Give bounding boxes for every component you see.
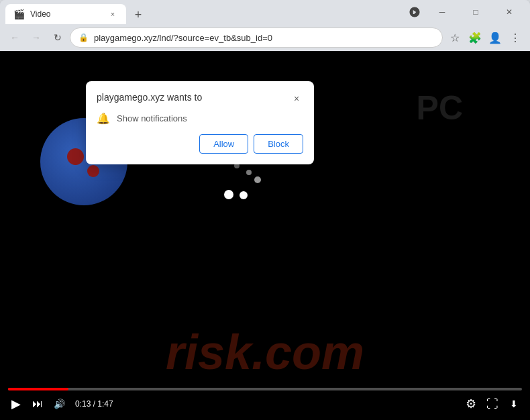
video-area: PC risk.com ▶ ⏭ 🔊 0:13 / 1:47 (0, 51, 530, 420)
watermark-risk: risk.com (166, 325, 364, 380)
tab-close-button[interactable]: × (107, 9, 118, 19)
progress-fill (8, 388, 68, 390)
minimize-button[interactable]: ─ (427, 2, 458, 22)
title-bar: 🎬 Video × + ─ □ ✕ (0, 0, 530, 24)
allow-button[interactable]: Allow (199, 134, 248, 154)
red-dot-2 (87, 165, 99, 177)
forward-button[interactable]: → (27, 28, 46, 47)
navigation-bar: ← → ↻ 🔒 playgamego.xyz/lnd/?source=ev_tb… (0, 24, 530, 51)
address-bar[interactable]: 🔒 playgamego.xyz/lnd/?source=ev_tb&sub_i… (70, 28, 443, 48)
volume-button[interactable]: 🔊 (51, 396, 67, 412)
popup-title: playgamego.xyz wants to (97, 92, 202, 103)
watermark-pc: PC (417, 91, 463, 125)
tab-title: Video (30, 9, 102, 19)
tab-area: 🎬 Video × + (5, 0, 405, 24)
reload-button[interactable]: ↻ (48, 28, 67, 47)
cast-icon[interactable] (405, 3, 424, 21)
popup-permission-label: Show notifications (117, 113, 187, 123)
skip-button[interactable]: ⏭ (30, 396, 46, 412)
tab-favicon: 🎬 (13, 9, 25, 19)
profile-button[interactable]: 👤 (486, 28, 505, 47)
notification-popup: playgamego.xyz wants to × 🔔 Show notific… (86, 81, 314, 164)
browser-window: 🎬 Video × + ─ □ ✕ ← → ↻ 🔒 playgamego.xyz… (0, 0, 530, 420)
right-controls: ⚙ ⛶ ⬇ (463, 396, 522, 412)
url-text: playgamego.xyz/lnd/?source=ev_tb&sub_id=… (94, 33, 434, 43)
settings-button[interactable]: ⚙ (463, 396, 479, 412)
bell-icon: 🔔 (97, 112, 110, 125)
bookmark-button[interactable]: ☆ (445, 28, 464, 47)
popup-header: playgamego.xyz wants to × (97, 92, 303, 105)
red-dot-1 (67, 148, 84, 165)
active-tab[interactable]: 🎬 Video × (5, 4, 126, 24)
maximize-button[interactable]: □ (460, 2, 491, 22)
menu-button[interactable]: ⋮ (506, 28, 525, 47)
back-button[interactable]: ← (5, 28, 24, 47)
controls-row: ▶ ⏭ 🔊 0:13 / 1:47 ⚙ ⛶ ⬇ (8, 396, 522, 412)
window-controls: ─ □ ✕ (405, 2, 525, 22)
new-tab-button[interactable]: + (129, 5, 148, 24)
lock-icon: 🔒 (78, 33, 89, 42)
fullscreen-button[interactable]: ⛶ (484, 396, 500, 412)
close-button[interactable]: ✕ (494, 2, 525, 22)
play-button[interactable]: ▶ (8, 396, 24, 412)
download-video-button[interactable]: ⬇ (506, 396, 522, 412)
time-display: 0:13 / 1:47 (75, 399, 113, 409)
video-controls: ▶ ⏭ 🔊 0:13 / 1:47 ⚙ ⛶ ⬇ (0, 385, 530, 420)
extensions-button[interactable]: 🧩 (466, 28, 484, 47)
nav-actions: ☆ 🧩 👤 ⋮ (445, 28, 525, 47)
popup-permission-row: 🔔 Show notifications (97, 112, 303, 125)
block-button[interactable]: Block (254, 134, 303, 154)
progress-bar[interactable] (8, 388, 522, 390)
popup-close-button[interactable]: × (290, 92, 303, 105)
popup-buttons: Allow Block (97, 134, 303, 154)
